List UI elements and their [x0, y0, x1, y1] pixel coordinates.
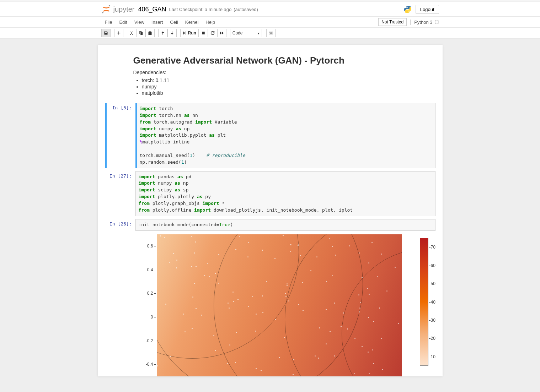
scatter-dot — [247, 256, 248, 257]
dep-item: torch: 0.1.11 — [142, 77, 425, 83]
kernel-idle-icon — [435, 20, 439, 24]
scatter-dot — [334, 355, 335, 356]
command-palette-button[interactable] — [266, 29, 276, 37]
y-tick-label: -0.4 — [146, 362, 153, 367]
toolbar: Run Code — [0, 28, 540, 39]
colorbar-tick-label: 30 — [431, 318, 435, 323]
scatter-dot — [398, 323, 399, 324]
scatter-dot — [207, 263, 208, 264]
code-input[interactable]: init_notebook_mode(connected=True) — [135, 219, 435, 231]
markdown-cell[interactable]: Generative Adversarial Network (GAN) - P… — [133, 55, 425, 96]
scatter-dot — [334, 303, 335, 304]
scatter-dot — [377, 276, 378, 277]
svg-rect-6 — [271, 33, 272, 33]
celltype-value: Code — [232, 31, 243, 36]
heatmap-plot[interactable] — [157, 234, 402, 376]
play-step-icon — [183, 31, 187, 35]
scatter-dot — [228, 303, 229, 304]
scatter-dot — [382, 369, 383, 370]
scatter-dot — [262, 312, 263, 313]
jupyter-brand[interactable]: jupyter — [113, 5, 135, 13]
scatter-dot — [368, 317, 369, 318]
code-cell[interactable]: In [27]: import pandas as pd import nump… — [105, 171, 435, 216]
dep-item: matplotlib — [142, 90, 425, 96]
scatter-dot — [229, 307, 230, 309]
output-chart: 0.60.40.20-0.2-0.4 70605040302010 — [105, 234, 435, 376]
y-tick-label: 0.4 — [147, 267, 153, 272]
scatter-dot — [298, 245, 299, 246]
colorbar-tick-label: 10 — [431, 354, 435, 359]
paste-button[interactable] — [145, 29, 155, 37]
move-up-button[interactable] — [158, 29, 167, 37]
run-button[interactable]: Run — [180, 29, 199, 37]
save-button[interactable] — [101, 29, 111, 37]
scatter-dot — [235, 362, 236, 363]
scatter-dot — [233, 301, 234, 302]
trust-button[interactable]: Not Trusted — [378, 18, 407, 26]
scatter-dot — [239, 236, 240, 237]
arrow-down-icon — [170, 31, 174, 35]
scatter-dot — [379, 307, 380, 309]
copy-button[interactable] — [136, 29, 145, 37]
menubar: File Edit View Insert Cell Kernel Help N… — [0, 17, 540, 28]
celltype-select[interactable]: Code — [230, 29, 262, 37]
restart-run-all-button[interactable] — [217, 29, 226, 37]
scatter-dot — [164, 237, 165, 238]
code-input[interactable]: import torch import torch.nn as nn from … — [135, 103, 435, 168]
scatter-dot — [232, 292, 234, 293]
svg-rect-3 — [269, 32, 273, 34]
scatter-dot — [195, 241, 196, 243]
notebook-name[interactable]: 406_GAN — [138, 6, 166, 13]
scatter-dot — [284, 337, 285, 338]
scatter-dot — [371, 242, 373, 243]
plus-icon — [117, 31, 121, 35]
scatter-dot — [302, 282, 303, 283]
scatter-dot — [300, 255, 301, 256]
colorbar-tick-label: 50 — [431, 281, 435, 286]
save-icon — [104, 31, 108, 35]
move-down-button[interactable] — [167, 29, 177, 37]
code-cell[interactable]: In [3]: import torch import torch.nn as … — [105, 103, 435, 168]
menu-insert[interactable]: Insert — [148, 18, 167, 27]
deps-list: torch: 0.1.11 numpy matplotlib — [133, 77, 425, 96]
menu-view[interactable]: View — [131, 18, 148, 27]
scatter-dot — [373, 363, 374, 364]
fast-forward-icon — [220, 31, 224, 35]
menu-edit[interactable]: Edit — [116, 18, 130, 27]
scatter-dot — [402, 254, 402, 255]
scatter-dot — [381, 254, 382, 255]
y-tick-label: 0.6 — [147, 244, 153, 249]
scatter-dot — [266, 281, 267, 282]
scatter-dot — [368, 262, 369, 263]
menu-cell[interactable]: Cell — [166, 18, 181, 27]
input-prompt: In [3]: — [105, 103, 135, 168]
stop-icon — [201, 31, 205, 35]
scatter-dot — [275, 319, 276, 320]
add-cell-button[interactable] — [114, 29, 123, 37]
menu-kernel[interactable]: Kernel — [182, 18, 202, 27]
input-prompt: In [26]: — [105, 219, 135, 231]
menu-help[interactable]: Help — [202, 18, 219, 27]
scatter-dot — [237, 299, 239, 300]
code-cell[interactable]: In [26]: init_notebook_mode(connected=Tr… — [105, 219, 435, 231]
code-input[interactable]: import pandas as pd import numpy as np i… — [135, 171, 435, 216]
logout-button[interactable]: Logout — [416, 5, 439, 14]
scatter-dot — [369, 294, 370, 295]
deps-label: Dependencies: — [133, 70, 425, 75]
interrupt-button[interactable] — [199, 29, 208, 37]
y-tick-label: -0.2 — [146, 338, 153, 343]
scatter-dot — [298, 244, 299, 245]
colorbar-tick-label: 20 — [431, 336, 435, 341]
python-logo-icon — [403, 5, 412, 13]
scatter-dot — [326, 281, 327, 282]
cut-button[interactable] — [127, 29, 136, 37]
scatter-dot — [248, 306, 249, 307]
restart-button[interactable] — [208, 29, 217, 37]
svg-point-1 — [102, 12, 103, 13]
colorbar: 70605040302010 — [420, 238, 428, 366]
arrow-up-icon — [161, 31, 165, 35]
scatter-dot — [252, 296, 253, 297]
menu-file[interactable]: File — [101, 18, 116, 27]
scatter-dot — [395, 267, 396, 268]
scatter-dot — [218, 283, 219, 284]
